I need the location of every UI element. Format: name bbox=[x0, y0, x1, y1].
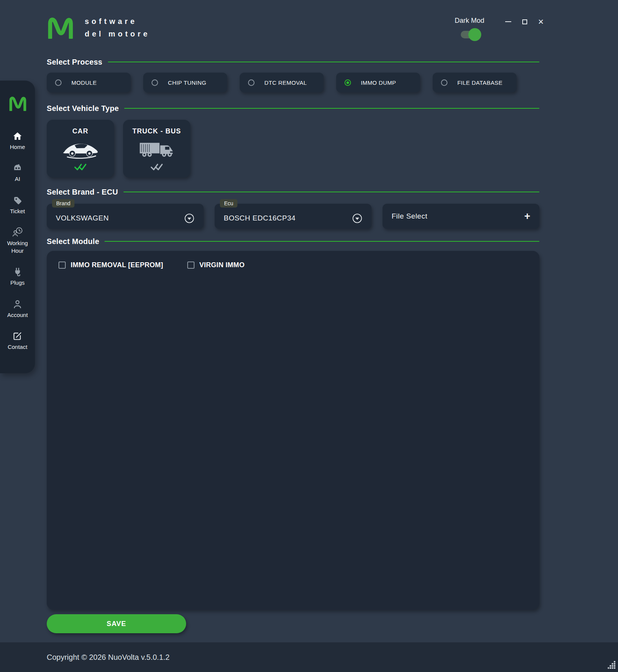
dark-mode-toggle[interactable] bbox=[461, 31, 478, 38]
brand-ecu-section-title: Select Brand - ECU bbox=[47, 188, 118, 197]
vehicle-option-truck-bus[interactable]: TRUCK - BUS bbox=[123, 120, 190, 178]
ecu-tag: Ecu bbox=[220, 199, 237, 208]
car-icon bbox=[60, 139, 101, 160]
section-divider bbox=[123, 192, 539, 192]
plus-icon: + bbox=[524, 211, 530, 222]
sidebar-item-home[interactable]: Home bbox=[0, 131, 35, 151]
sidebar-item-account[interactable]: Account bbox=[0, 299, 35, 319]
vehicle-section-header: Select Vehicle Type bbox=[47, 103, 539, 114]
save-button[interactable]: SAVE bbox=[47, 614, 186, 633]
plug-icon bbox=[13, 266, 22, 277]
module-option-immo-removal[interactable]: IMMO REMOVAL [EEPROM] bbox=[58, 261, 163, 269]
radio-selected-icon bbox=[345, 79, 351, 86]
ticket-icon bbox=[13, 195, 22, 206]
radio-icon bbox=[441, 79, 447, 86]
account-icon bbox=[13, 299, 22, 309]
file-select-button[interactable]: File Select + bbox=[382, 204, 539, 229]
module-option-virgin-immo[interactable]: VIRGIN IMMO bbox=[187, 261, 245, 269]
toggle-knob bbox=[468, 28, 481, 41]
process-section-title: Select Process bbox=[47, 58, 103, 67]
minimize-icon[interactable] bbox=[504, 18, 512, 25]
working-hour-icon bbox=[12, 227, 23, 238]
brand-ecu-row: Brand VOLKSWAGEN Ecu BOSCH EDC16CP34 Fil… bbox=[47, 204, 539, 229]
double-check-icon bbox=[149, 163, 164, 173]
brand-dropdown[interactable]: Brand VOLKSWAGEN bbox=[47, 204, 204, 229]
chevron-down-circle-icon bbox=[352, 213, 362, 223]
process-option-module[interactable]: MODULE bbox=[47, 73, 131, 92]
home-icon bbox=[13, 131, 22, 141]
sidebar-item-contact[interactable]: Contact bbox=[0, 331, 35, 351]
radio-icon bbox=[248, 79, 254, 86]
section-divider bbox=[124, 108, 539, 109]
sidebar-logo-icon bbox=[9, 95, 26, 113]
section-divider bbox=[104, 241, 539, 242]
radio-icon bbox=[55, 79, 62, 86]
sidebar: Home AI Ticket bbox=[0, 81, 35, 373]
brand-ecu-section-header: Select Brand - ECU bbox=[47, 186, 539, 198]
vehicle-section-title: Select Vehicle Type bbox=[47, 104, 119, 113]
double-check-selected-icon bbox=[73, 163, 88, 173]
close-icon[interactable]: ✕ bbox=[537, 18, 545, 25]
sidebar-item-working-hour[interactable]: Working Hour bbox=[0, 227, 35, 255]
section-divider bbox=[108, 62, 539, 62]
module-section-title: Select Module bbox=[47, 237, 99, 246]
process-options-row: MODULE CHIP TUNING DTC REMOVAL IMMO DUMP… bbox=[47, 73, 539, 92]
brand-tag: Brand bbox=[52, 199, 74, 208]
resize-grip-icon[interactable] bbox=[608, 661, 616, 670]
footer: Copyright © 2026 NuoVolta v.5.0.1.2 bbox=[0, 642, 618, 672]
process-option-immo-dump[interactable]: IMMO DUMP bbox=[336, 73, 420, 92]
module-section-header: Select Module bbox=[47, 236, 539, 247]
maximize-icon[interactable] bbox=[521, 18, 528, 25]
window-controls: ✕ bbox=[504, 17, 545, 26]
ecu-dropdown[interactable]: Ecu BOSCH EDC16CP34 bbox=[215, 204, 371, 229]
sidebar-item-ai[interactable]: AI bbox=[0, 163, 35, 183]
file-select-label: File Select bbox=[392, 212, 524, 220]
process-option-dtc-removal[interactable]: DTC REMOVAL bbox=[240, 73, 324, 92]
process-option-file-database[interactable]: FILE DATABASE bbox=[433, 73, 517, 92]
sidebar-item-ticket[interactable]: Ticket bbox=[0, 195, 35, 215]
dark-mode-label: Dark Mod bbox=[450, 17, 488, 25]
brand-line1: software bbox=[85, 15, 150, 28]
brand-value: VOLKSWAGEN bbox=[56, 214, 184, 222]
vehicle-option-car[interactable]: CAR bbox=[47, 120, 114, 178]
radio-icon bbox=[152, 79, 158, 86]
checkbox-icon bbox=[58, 262, 66, 269]
module-panel: IMMO REMOVAL [EEPROM] VIRGIN IMMO bbox=[47, 251, 539, 610]
app-logo: software del motore bbox=[47, 15, 150, 40]
robot-icon bbox=[13, 163, 22, 173]
contact-edit-icon bbox=[13, 331, 22, 341]
sidebar-item-plugs[interactable]: Plugs bbox=[0, 266, 35, 287]
process-option-chip-tuning[interactable]: CHIP TUNING bbox=[143, 73, 227, 92]
truck-icon bbox=[137, 139, 177, 160]
process-section-header: Select Process bbox=[47, 56, 539, 68]
checkbox-icon bbox=[187, 262, 194, 269]
vehicle-options-row: CAR TRUCK - BUS bbox=[47, 120, 539, 178]
ecu-value: BOSCH EDC16CP34 bbox=[224, 214, 352, 222]
brand-logo-icon bbox=[47, 15, 73, 40]
brand-line2: del motore bbox=[85, 28, 150, 40]
copyright-text: Copyright © 2026 NuoVolta v.5.0.1.2 bbox=[47, 653, 169, 662]
chevron-down-circle-icon bbox=[184, 213, 194, 223]
